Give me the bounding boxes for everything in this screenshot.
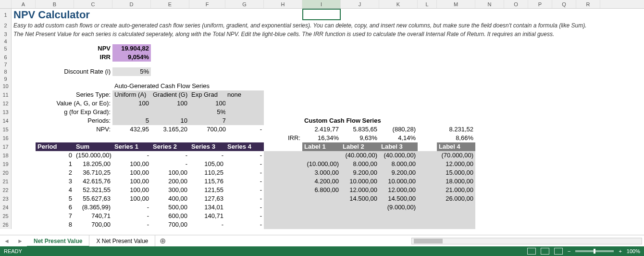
data-24-M[interactable] [437,203,475,212]
g-3[interactable] [225,108,264,116]
col-header-C[interactable]: C [74,0,112,8]
discount-input[interactable]: 5% [112,67,151,76]
value-1[interactable]: 100 [151,99,189,108]
col-header-D[interactable]: D [112,0,151,8]
row-header-3[interactable]: 3 [0,30,12,38]
value-0[interactable]: 100 [112,99,151,108]
data-21-I[interactable]: 4.200,00 [302,177,341,186]
data-21-M[interactable]: 18.000,00 [437,177,475,186]
row-header-12[interactable]: 12 [0,99,12,108]
col-header-P[interactable]: P [528,0,552,8]
row-header-5[interactable]: 5 [0,44,12,53]
tab-next-icon[interactable]: ► [13,238,27,244]
data-20-K[interactable]: 9.200,00 [379,168,418,177]
data-26-K[interactable] [379,220,418,229]
data-22-K[interactable]: 12.000,00 [379,186,418,194]
row-header-22[interactable]: 22 [0,186,12,194]
horizontal-scrollbar[interactable] [411,238,642,244]
row-header-2[interactable]: 2 [0,21,12,30]
data-19-J[interactable]: 8.000,00 [341,160,379,168]
header-series-1[interactable]: Series 1 [112,142,151,151]
tab-npv[interactable]: Net Present Value [27,235,89,247]
data-26-M[interactable] [437,220,475,229]
data-26-J[interactable] [341,220,379,229]
row-header-20[interactable]: 20 [0,168,12,177]
row-header-4[interactable]: 4 [0,38,12,44]
periods-3[interactable] [225,116,264,125]
data-25-I[interactable] [302,212,341,220]
series-type-2[interactable]: Exp Grad [189,90,228,99]
row-header-14[interactable]: 14 [0,116,12,125]
row-header-15[interactable]: 15 [0,125,12,134]
row-header-25[interactable]: 25 [0,212,12,220]
zoom-slider[interactable] [575,250,614,252]
row-header-7[interactable]: 7 [0,62,12,67]
row-header-9[interactable]: 9 [0,76,12,82]
data-24-I[interactable] [302,203,341,212]
row-header-19[interactable]: 19 [0,160,12,168]
row-header-1[interactable]: 1 [0,9,12,21]
data-18-M[interactable]: (70.000,00) [437,151,475,160]
col-header-M[interactable]: M [437,0,475,8]
periods-0[interactable]: 5 [112,116,151,125]
col-header-A[interactable]: A [12,0,36,8]
data-25-K[interactable] [379,212,418,220]
header-sum[interactable]: Sum [74,142,112,151]
zoom-level[interactable]: 100% [627,248,640,254]
data-20-J[interactable]: 9.200,00 [341,168,379,177]
data-26-I[interactable] [302,220,341,229]
data-18-J[interactable]: (40.000,00) [341,151,379,160]
row-header-17[interactable]: 17 [0,142,12,151]
col-header-K[interactable]: K [379,0,418,8]
col-header-I[interactable]: I [302,0,341,8]
header-series-2[interactable]: Series 2 [151,142,189,151]
row-header-11[interactable]: 11 [0,90,12,99]
header-label-4[interactable]: Label 4 [437,142,475,151]
periods-1[interactable]: 10 [151,116,189,125]
col-header-H[interactable]: H [264,0,302,8]
header-series-3[interactable]: Series 3 [189,142,225,151]
data-23-K[interactable]: 14.500,00 [379,194,418,203]
header-label-2[interactable]: Label 2 [341,142,379,151]
data-22-I[interactable]: 6.800,00 [302,186,341,194]
g-0[interactable] [112,108,151,116]
data-22-J[interactable]: 12.000,00 [341,186,379,194]
data-23-J[interactable]: 14.500,00 [341,194,379,203]
data-19-I[interactable]: (10.000,00) [302,160,341,168]
data-20-M[interactable]: 15.000,00 [437,168,475,177]
zoom-minus-icon[interactable]: − [568,248,570,254]
tab-x-npv[interactable]: X Net Present Value [89,235,155,247]
data-23-M[interactable]: 26.000,00 [437,194,475,203]
header-label-1[interactable]: Label 1 [302,142,341,151]
row-header-10[interactable]: 10 [0,82,12,90]
col-header-J[interactable]: J [341,0,379,8]
data-18-K[interactable]: (40.000,00) [379,151,418,160]
col-header-G[interactable]: G [225,0,264,8]
row-header-13[interactable]: 13 [0,108,12,116]
value-3[interactable] [225,99,264,108]
header-label-3[interactable]: Label 3 [379,142,418,151]
row-header-16[interactable]: 16 [0,134,12,142]
row-header-21[interactable]: 21 [0,177,12,186]
series-type-3[interactable]: none [225,90,264,99]
col-header-E[interactable]: E [151,0,189,8]
row-header-6[interactable]: 6 [0,53,12,62]
row-header-24[interactable]: 24 [0,203,12,212]
view-break-icon[interactable] [554,248,563,255]
row-header-23[interactable]: 23 [0,194,12,203]
header-period[interactable]: Period [36,142,74,151]
col-header-O[interactable]: O [504,0,528,8]
series-type-0[interactable]: Uniform (A) [112,90,151,99]
data-22-M[interactable]: 21.000,00 [437,186,475,194]
data-24-K[interactable]: (9.000,00) [379,203,418,212]
data-21-K[interactable]: 10.000,00 [379,177,418,186]
periods-2[interactable]: 7 [189,116,228,125]
col-header-L[interactable]: L [418,0,437,8]
add-sheet-icon[interactable]: ⊕ [155,236,170,245]
scrollbar-thumb[interactable] [414,239,443,243]
col-header-R[interactable]: R [576,0,600,8]
data-24-J[interactable] [341,203,379,212]
row-header-8[interactable]: 8 [0,67,12,76]
col-header-Q[interactable]: Q [552,0,576,8]
selected-cell[interactable] [302,9,341,20]
